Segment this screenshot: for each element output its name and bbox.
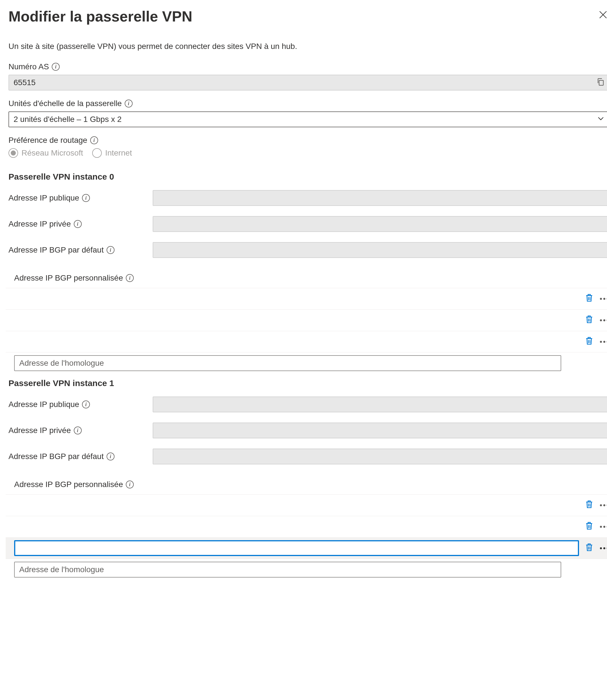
custom-bgp-label: Adresse IP BGP personnalisée (14, 273, 123, 283)
instance-1-peer-input-row (6, 559, 607, 583)
more-button[interactable] (598, 526, 607, 528)
chevron-down-icon (597, 115, 605, 124)
panel-title: Modifier la passerelle VPN (8, 8, 192, 25)
info-icon[interactable]: i (107, 453, 114, 460)
more-button[interactable] (598, 319, 607, 321)
edit-vpn-gateway-panel: Modifier la passerelle VPN Un site à sit… (6, 6, 607, 595)
public-ip-label: Adresse IP publique (8, 400, 79, 409)
row-actions (585, 315, 607, 326)
delete-button[interactable] (585, 521, 594, 532)
info-icon[interactable]: i (90, 136, 98, 144)
routing-pref-radios: Réseau Microsoft Internet (8, 148, 607, 158)
delete-button[interactable] (585, 500, 594, 511)
bgp-address-input-active[interactable] (14, 540, 579, 556)
info-icon[interactable]: i (82, 400, 90, 408)
routing-pref-label-row: Préférence de routage i (8, 136, 607, 145)
bgp-row-active (6, 537, 607, 559)
more-button[interactable] (598, 504, 607, 506)
private-ip-label: Adresse IP privée (8, 220, 71, 228)
info-icon[interactable]: i (82, 194, 90, 202)
row-actions (585, 293, 607, 304)
svg-rect-2 (599, 80, 603, 85)
peer-address-input[interactable] (14, 355, 561, 371)
info-icon[interactable]: i (107, 246, 114, 254)
public-ip-label-wrap: Adresse IP publique i (8, 400, 153, 409)
radio-icon (92, 148, 102, 158)
bgp-row (6, 309, 607, 331)
default-bgp-label-wrap: Adresse IP BGP par défaut i (8, 246, 153, 254)
row-actions (585, 521, 607, 532)
panel-header: Modifier la passerelle VPN (6, 6, 607, 42)
bgp-row (6, 331, 607, 352)
instance-0-heading: Passerelle VPN instance 0 (6, 166, 607, 190)
instance-1-public-ip-row: Adresse IP publique i (6, 396, 607, 423)
public-ip-label-wrap: Adresse IP publique i (8, 193, 153, 203)
close-button[interactable] (596, 8, 607, 21)
row-actions (585, 336, 607, 347)
row-actions (585, 543, 607, 554)
close-icon (598, 9, 607, 20)
as-number-label: Numéro AS (8, 62, 49, 71)
scale-units-dropdown[interactable]: 2 unités d'échelle – 1 Gbps x 2 (8, 111, 607, 127)
private-ip-field (153, 423, 607, 438)
info-icon[interactable]: i (126, 274, 134, 282)
info-icon[interactable]: i (74, 220, 82, 228)
as-number-value: 65515 (14, 78, 36, 87)
bgp-row (6, 516, 607, 537)
bgp-row (6, 494, 607, 516)
radio-microsoft-network[interactable]: Réseau Microsoft (8, 148, 83, 158)
delete-button[interactable] (585, 336, 594, 347)
scale-units-group: Unités d'échelle de la passerelle i 2 un… (6, 99, 607, 136)
row-actions (585, 500, 607, 511)
instance-0-private-ip-row: Adresse IP privée i (6, 216, 607, 242)
public-ip-field (153, 190, 607, 206)
scale-units-label: Unités d'échelle de la passerelle (8, 99, 122, 108)
radio-icon (8, 148, 18, 158)
instance-0-custom-bgp-heading: Adresse IP BGP personnalisée i (6, 268, 607, 288)
radio-label: Réseau Microsoft (21, 148, 83, 158)
scale-units-label-row: Unités d'échelle de la passerelle i (8, 99, 607, 108)
instance-1-heading: Passerelle VPN instance 1 (6, 377, 607, 396)
private-ip-label-wrap: Adresse IP privée i (8, 220, 153, 228)
copy-icon (596, 78, 605, 86)
public-ip-field (153, 396, 607, 412)
as-number-label-row: Numéro AS i (8, 62, 607, 71)
scale-units-value: 2 unités d'échelle – 1 Gbps x 2 (14, 115, 122, 124)
bgp-row (6, 288, 607, 309)
copy-button[interactable] (596, 78, 605, 88)
peer-address-input[interactable] (14, 562, 561, 578)
private-ip-label: Adresse IP privée (8, 426, 71, 435)
instance-1-private-ip-row: Adresse IP privée i (6, 423, 607, 449)
delete-button[interactable] (585, 543, 594, 554)
instance-1-custom-bgp-heading: Adresse IP BGP personnalisée i (6, 475, 607, 494)
default-bgp-label-wrap: Adresse IP BGP par défaut i (8, 452, 153, 461)
custom-bgp-label: Adresse IP BGP personnalisée (14, 480, 123, 489)
instance-0-default-bgp-row: Adresse IP BGP par défaut i (6, 242, 607, 268)
more-button[interactable] (598, 341, 607, 343)
info-icon[interactable]: i (52, 63, 60, 71)
delete-button[interactable] (585, 315, 594, 326)
info-icon[interactable]: i (125, 100, 132, 107)
routing-pref-label: Préférence de routage (8, 136, 87, 145)
instance-1-default-bgp-row: Adresse IP BGP par défaut i (6, 449, 607, 475)
private-ip-field (153, 216, 607, 232)
default-bgp-label: Adresse IP BGP par défaut (8, 452, 104, 461)
more-button[interactable] (598, 547, 607, 549)
default-bgp-field (153, 449, 607, 465)
as-number-field: 65515 (8, 75, 607, 90)
instance-0-public-ip-row: Adresse IP publique i (6, 190, 607, 216)
routing-pref-group: Préférence de routage i Réseau Microsoft… (6, 136, 607, 166)
panel-description: Un site à site (passerelle VPN) vous per… (6, 42, 607, 62)
delete-button[interactable] (585, 293, 594, 304)
radio-internet[interactable]: Internet (92, 148, 132, 158)
private-ip-label-wrap: Adresse IP privée i (8, 426, 153, 435)
as-number-group: Numéro AS i 65515 (6, 62, 607, 99)
default-bgp-label: Adresse IP BGP par défaut (8, 246, 104, 254)
radio-label: Internet (105, 148, 132, 158)
info-icon[interactable]: i (74, 427, 82, 434)
more-button[interactable] (598, 298, 607, 300)
instance-0-peer-input-row (6, 352, 607, 377)
default-bgp-field (153, 242, 607, 258)
info-icon[interactable]: i (126, 480, 134, 489)
public-ip-label: Adresse IP publique (8, 193, 79, 203)
